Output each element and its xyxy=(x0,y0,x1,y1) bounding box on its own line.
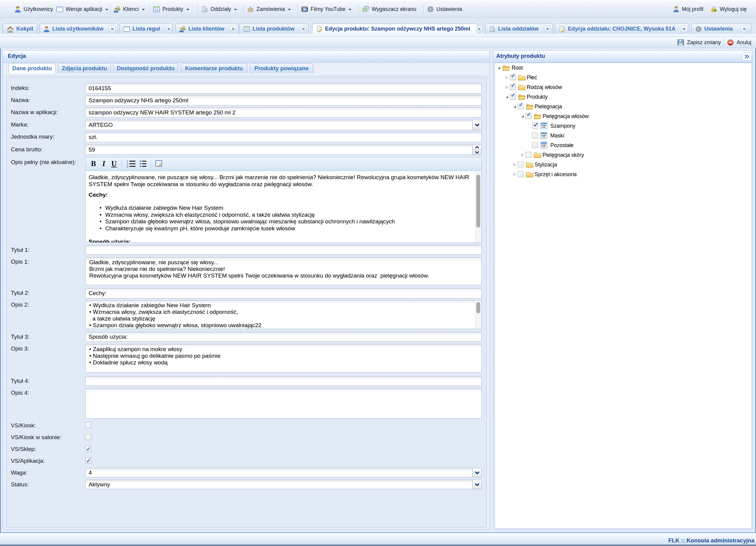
svg-text:2: 2 xyxy=(127,163,128,166)
svg-text:3: 3 xyxy=(127,165,128,168)
svg-text:1: 1 xyxy=(127,160,128,163)
